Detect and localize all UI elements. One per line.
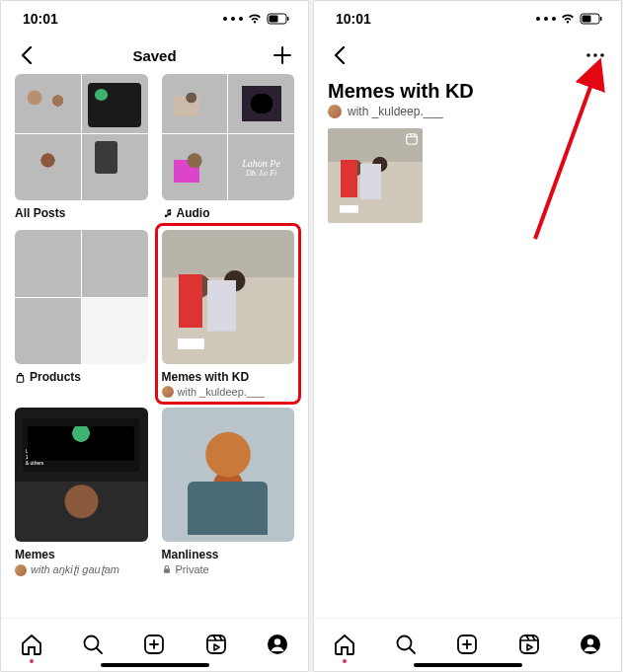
svg-point-11: [274, 638, 280, 644]
notification-dot: [30, 659, 34, 663]
home-icon: [20, 633, 43, 656]
svg-point-14: [552, 17, 556, 21]
collection-memes[interactable]: UPI transactions of over ₹2,000 to be ch…: [15, 408, 148, 576]
create-icon: [455, 633, 479, 656]
profile-icon: [266, 633, 289, 656]
reels-icon: [405, 132, 419, 146]
svg-point-26: [587, 638, 593, 644]
wifi-icon: [560, 13, 576, 25]
svg-rect-9: [207, 635, 225, 653]
collection-label: Audio: [177, 206, 210, 220]
tab-reels[interactable]: [516, 632, 542, 657]
svg-point-13: [544, 17, 548, 21]
collection-all-posts[interactable]: All Posts: [15, 74, 148, 220]
plus-icon: [273, 45, 292, 65]
search-icon: [394, 633, 418, 656]
lock-icon: [162, 564, 172, 574]
home-indicator[interactable]: [414, 663, 522, 667]
svg-rect-21: [407, 134, 418, 145]
tab-profile[interactable]: [578, 632, 603, 657]
status-indicators: [223, 13, 290, 25]
status-indicators: [536, 13, 603, 25]
phone-collection-detail: 10:01 Memes with KD with _kuldeep.___: [313, 0, 622, 672]
home-icon: [333, 633, 356, 656]
collection-products[interactable]: Products: [15, 230, 148, 398]
back-button[interactable]: [15, 43, 39, 67]
collaborator-avatar: [15, 564, 27, 576]
chevron-left-icon: [20, 46, 34, 64]
status-bar: 10:01: [1, 1, 308, 37]
tab-home[interactable]: [332, 632, 357, 657]
svg-rect-16: [583, 16, 591, 23]
nav-header: Saved: [1, 37, 308, 74]
svg-rect-17: [600, 17, 602, 21]
tab-home[interactable]: [19, 632, 44, 657]
battery-icon: [267, 13, 290, 25]
collection-label: All Posts: [15, 206, 65, 220]
svg-point-18: [586, 53, 590, 57]
collection-label: Products: [30, 370, 81, 384]
memes-banner-text: UPI transactions of over ₹2,000 to be ch…: [26, 448, 137, 466]
tab-create[interactable]: [141, 632, 167, 657]
collections-grid: All Posts Lahon Pe Dh. Lo Fi: [1, 74, 308, 618]
phone-saved-screen: 10:01 Saved: [0, 0, 309, 672]
chevron-left-icon: [333, 46, 347, 64]
svg-rect-24: [520, 635, 538, 653]
collection-label: Memes with KD: [162, 370, 250, 384]
svg-point-0: [223, 17, 227, 21]
create-icon: [142, 633, 166, 656]
collection-with: with _kuldeep.___: [178, 386, 266, 398]
collection-collaborator[interactable]: with _kuldeep.___: [314, 105, 621, 126]
collaborator-text: with _kuldeep.___: [348, 105, 443, 118]
svg-point-2: [239, 17, 243, 21]
more-options-button[interactable]: [584, 43, 607, 67]
nav-header: [314, 37, 621, 74]
music-icon: [162, 208, 173, 219]
collection-audio[interactable]: Lahon Pe Dh. Lo Fi Audio: [162, 74, 295, 220]
status-time: 10:01: [336, 11, 371, 27]
search-icon: [81, 633, 105, 656]
svg-rect-5: [287, 17, 289, 21]
tab-search[interactable]: [393, 632, 419, 657]
battery-icon: [580, 13, 603, 25]
back-button[interactable]: [328, 43, 351, 67]
saved-post-thumbnail[interactable]: [328, 128, 423, 223]
collection-memes-with-kd[interactable]: Memes with KD with _kuldeep.___: [155, 223, 302, 405]
audio-cover-sub: Dh. Lo Fi: [246, 169, 276, 178]
tab-profile[interactable]: [265, 632, 290, 657]
collaborator-avatar: [162, 386, 174, 398]
collaborator-avatar: [328, 105, 342, 118]
status-bar: 10:01: [314, 1, 621, 37]
svg-point-19: [593, 53, 597, 57]
collection-title: Memes with KD: [314, 74, 621, 105]
collection-label: Manliness: [162, 548, 219, 561]
reels-icon: [204, 633, 228, 656]
collection-label: Memes: [15, 548, 55, 561]
svg-rect-4: [270, 16, 278, 23]
more-horizontal-icon: [586, 53, 604, 57]
wifi-icon: [247, 13, 263, 25]
svg-point-12: [536, 17, 540, 21]
profile-icon: [579, 633, 602, 656]
svg-rect-6: [164, 568, 170, 573]
tab-create[interactable]: [454, 632, 480, 657]
svg-point-20: [600, 53, 604, 57]
add-collection-button[interactable]: [271, 43, 294, 67]
svg-point-1: [231, 17, 235, 21]
notification-dot: [343, 659, 347, 663]
collection-with: with aŋkiʈi gauʈam: [31, 563, 119, 576]
bag-icon: [15, 372, 26, 383]
status-time: 10:01: [23, 11, 58, 27]
collection-privacy: Private: [176, 563, 209, 575]
audio-cover-title: Lahon Pe: [242, 158, 280, 169]
tab-search[interactable]: [80, 632, 106, 657]
reels-icon: [517, 633, 541, 656]
collection-manliness[interactable]: Manliness Private: [162, 408, 295, 576]
home-indicator[interactable]: [101, 663, 209, 667]
page-title: Saved: [1, 47, 308, 64]
tab-reels[interactable]: [203, 632, 229, 657]
